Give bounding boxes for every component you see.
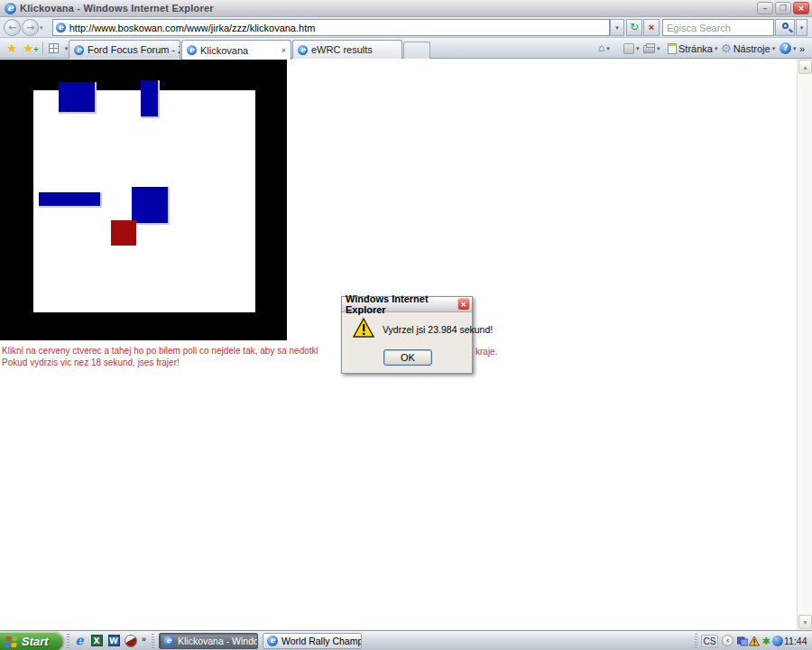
ie-icon: e xyxy=(267,636,278,646)
address-field[interactable]: e xyxy=(52,19,610,36)
tab-favicon-icon: e xyxy=(187,45,197,55)
ie-icon: e xyxy=(163,636,174,646)
home-button[interactable]: ⌂▾ xyxy=(598,40,610,57)
refresh-button[interactable]: ↻ xyxy=(626,19,642,36)
blue-obstacle-rect xyxy=(39,192,102,208)
chevron-down-icon: ▾ xyxy=(657,45,660,52)
search-button[interactable] xyxy=(775,19,795,36)
print-button[interactable]: ▾ xyxy=(643,40,660,57)
tray-collapse-button[interactable]: ‹ xyxy=(722,635,734,646)
tools-menu-label: Nástroje xyxy=(734,43,770,54)
quicklaunch-word-icon[interactable]: W xyxy=(106,634,121,648)
tab-klickovana[interactable]: e Klickovana × xyxy=(181,40,291,60)
tab-close-icon[interactable]: × xyxy=(276,46,286,55)
instruction-line2: Pokud vydrzis vic nez 18 sekund, jses fr… xyxy=(2,358,318,369)
tab-favicon-icon: e xyxy=(298,45,308,55)
minimize-button[interactable]: – xyxy=(757,2,773,14)
chevron-down-icon: ▾ xyxy=(715,45,718,52)
scroll-up-button[interactable]: ▲ xyxy=(798,60,812,74)
alert-dialog: Windows Internet Explorer × Vydrzel jsi … xyxy=(341,296,473,374)
quick-tabs-button[interactable] xyxy=(46,40,61,57)
stop-button[interactable]: × xyxy=(643,19,660,36)
address-dropdown-button[interactable]: ▾ xyxy=(610,19,624,36)
history-dropdown-icon[interactable]: ▾ xyxy=(40,24,43,32)
taskband-handle[interactable] xyxy=(152,634,154,648)
red-draggable-square[interactable] xyxy=(111,220,136,246)
search-box[interactable] xyxy=(662,19,774,36)
tab-label: Klickovana xyxy=(200,45,248,56)
feeds-button[interactable]: ▾ xyxy=(623,40,640,57)
add-favorite-button[interactable]: ★+ xyxy=(22,40,40,57)
quicklaunch-excel-icon[interactable]: X xyxy=(89,634,104,648)
windows-logo-icon xyxy=(5,636,19,647)
window-title: Klickovana - Windows Internet Explorer xyxy=(20,3,214,14)
url-input[interactable] xyxy=(69,23,606,33)
tab-favicon-icon: e xyxy=(74,45,84,55)
tab-label: eWRC results xyxy=(311,44,373,55)
chevron-down-icon: ▾ xyxy=(793,45,797,52)
page-menu-button[interactable]: Stránka▾ xyxy=(668,40,717,57)
dialog-titlebar[interactable]: Windows Internet Explorer × xyxy=(342,297,472,312)
plus-icon: + xyxy=(33,45,38,54)
warning-icon xyxy=(353,318,374,339)
tray-warning-icon[interactable] xyxy=(749,636,760,646)
dialog-close-button[interactable]: × xyxy=(457,298,470,311)
forward-button[interactable]: → xyxy=(22,19,39,36)
desktop: e Klickovana - Windows Internet Explorer… xyxy=(0,0,812,650)
start-label: Start xyxy=(22,633,49,650)
blue-obstacle-rect xyxy=(141,80,160,118)
dialog-body: Vydrzel jsi 23.984 sekund! OK xyxy=(342,312,472,374)
blue-obstacle-rect xyxy=(59,82,97,114)
vertical-scrollbar[interactable]: ▲ ▼ xyxy=(797,59,812,630)
instruction-line1: Klikni na cerveny ctverec a tahej ho po … xyxy=(2,346,318,358)
instruction-text: Klikni na cerveny ctverec a tahej ho po … xyxy=(2,346,318,368)
back-button[interactable]: ← xyxy=(4,19,21,36)
tray-app-icon[interactable] xyxy=(772,636,783,646)
quicklaunch-app-icon[interactable] xyxy=(124,634,138,648)
help-button[interactable]: ?▾ xyxy=(780,40,797,57)
command-overflow-button[interactable]: » xyxy=(799,40,805,57)
ok-button[interactable]: OK xyxy=(383,349,432,366)
taskbar-button-klickovana[interactable]: e Klickovana - Windows... xyxy=(159,633,258,649)
taskbar: Start e X W » e Klickovana - Windows... … xyxy=(0,630,812,650)
dialog-message: Vydrzel jsi 23.984 sekund! xyxy=(383,324,493,335)
taskbar-button-label: Klickovana - Windows... xyxy=(178,636,258,646)
chevron-down-icon: ▾ xyxy=(636,45,640,52)
gear-icon: ⚙ xyxy=(721,42,732,55)
taskbar-clock[interactable]: 11:44 xyxy=(784,636,807,646)
page-favicon-icon: e xyxy=(56,23,66,32)
start-button[interactable]: Start xyxy=(0,632,63,650)
taskbar-button-world-rally[interactable]: e World Rally Champion... xyxy=(263,633,362,649)
ie-logo-icon: e xyxy=(5,3,16,14)
window-titlebar: e Klickovana - Windows Internet Explorer… xyxy=(0,0,812,17)
page-icon xyxy=(668,43,677,54)
tray-antivirus-icon[interactable]: ✱ xyxy=(761,636,771,646)
page-menu-label: Stránka xyxy=(678,43,713,54)
maximize-button[interactable]: ❐ xyxy=(775,2,791,14)
tab-ford-focus-forum[interactable]: e Ford Focus Forum - Zobrasit ... xyxy=(69,40,180,59)
home-icon: ⌂ xyxy=(598,41,604,56)
quick-tabs-grid-icon xyxy=(49,43,59,53)
new-tab-stub[interactable] xyxy=(403,42,430,59)
quicklaunch-ie-icon[interactable]: e xyxy=(72,634,87,648)
taskbar-button-label: World Rally Champion... xyxy=(281,636,362,646)
magnifier-icon xyxy=(782,23,789,29)
instruction-line1-tail: kraje. xyxy=(475,347,497,357)
language-indicator[interactable]: CS xyxy=(701,635,718,647)
scroll-down-button[interactable]: ▼ xyxy=(798,615,812,629)
help-icon: ? xyxy=(780,42,791,54)
favorites-button[interactable]: ★ xyxy=(3,40,21,57)
tray-handle xyxy=(695,634,697,648)
search-dropdown-button[interactable]: ▾ xyxy=(796,19,807,36)
blue-obstacle-rect xyxy=(132,187,170,225)
tab-ewrc-results[interactable]: e eWRC results xyxy=(292,40,402,59)
quicklaunch-handle[interactable] xyxy=(67,634,69,648)
quicklaunch-overflow-icon[interactable]: » xyxy=(142,635,146,644)
star-icon: ★ xyxy=(23,42,34,55)
tools-menu-button[interactable]: ⚙Nástroje▾ xyxy=(721,40,775,57)
search-input[interactable] xyxy=(663,20,773,35)
tray-display-icon[interactable] xyxy=(737,636,748,646)
tab-row: ★ ★+ ▾ e Ford Focus Forum - Zobrasit ...… xyxy=(0,38,812,59)
address-bar-row: ← → ▾ e ▾ ↻ × ▾ xyxy=(0,17,812,38)
close-button[interactable]: × xyxy=(793,2,809,14)
